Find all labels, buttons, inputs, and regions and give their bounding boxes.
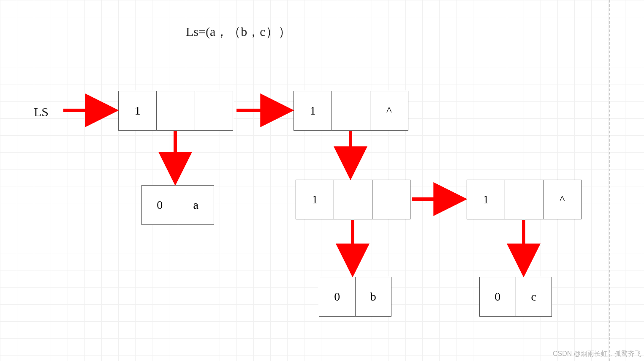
node-mid-2-tag: 1 [467, 180, 505, 219]
node-atom-a-val: a [178, 186, 214, 224]
node-mid-1-tp [372, 180, 410, 219]
node-mid-1: 1 [296, 180, 410, 219]
watermark: CSDN @烟雨长虹，孤鹜齐飞 [553, 350, 641, 358]
node-atom-a-tag: 0 [142, 186, 178, 224]
node-atom-c-tag: 0 [480, 277, 516, 316]
node-atom-c-val: c [516, 277, 552, 316]
diagram-title: Ls=(a，（b，c）） [186, 23, 291, 41]
node-top-2-hp [332, 91, 370, 130]
node-top-1-tag: 1 [119, 91, 157, 130]
node-mid-1-tag: 1 [296, 180, 334, 219]
node-top-1-hp [157, 91, 195, 130]
node-mid-2-hp [505, 180, 543, 219]
node-top-1: 1 [118, 91, 233, 131]
node-top-2-tp: ^ [370, 91, 408, 130]
page-margin-line [609, 0, 610, 361]
node-top-2-tag: 1 [294, 91, 332, 130]
node-mid-1-hp [334, 180, 372, 219]
node-top-2: 1 ^ [293, 91, 408, 131]
node-atom-c: 0 c [479, 277, 552, 317]
node-mid-2: 1 ^ [467, 180, 582, 219]
node-atom-a: 0 a [141, 185, 214, 225]
node-atom-b-val: b [356, 277, 391, 316]
node-mid-2-tp: ^ [543, 180, 581, 219]
node-atom-b: 0 b [319, 277, 391, 317]
node-top-1-tp [195, 91, 233, 130]
ls-label: LS [34, 105, 49, 119]
node-atom-b-tag: 0 [319, 277, 356, 316]
